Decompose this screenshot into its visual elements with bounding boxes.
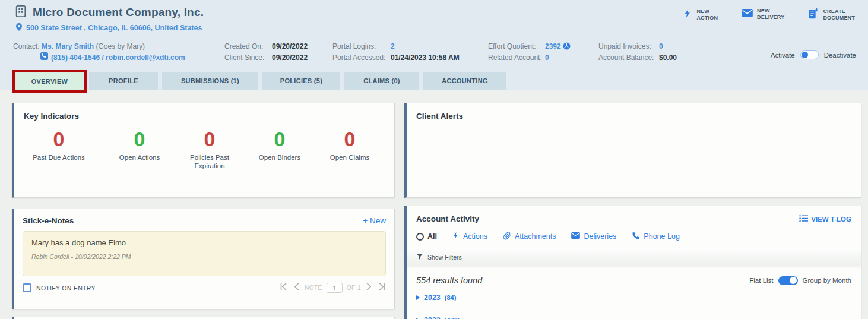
lightning-icon: [683, 8, 692, 21]
phone-square-icon: [40, 52, 48, 64]
effort-quotient-value: 2392: [545, 42, 561, 50]
group-by-month-label: Group by Month: [803, 277, 851, 284]
contact-alias: (Goes by Mary): [96, 42, 145, 50]
new-action-label-1: NEW: [696, 8, 709, 14]
phone-icon: [632, 232, 640, 242]
created-on-label: Created On:: [224, 41, 272, 52]
effort-quotient-chart-icon[interactable]: [563, 42, 571, 50]
indicator-value: 0: [24, 128, 94, 150]
new-delivery-label-2: DELIVERY: [757, 14, 784, 20]
unpaid-invoices-value[interactable]: 0: [659, 42, 663, 50]
new-action-button[interactable]: NEWACTION: [683, 8, 718, 21]
tab-accounting[interactable]: ACCOUNTING: [423, 72, 506, 90]
page-title: Micro Document Company, Inc.: [33, 6, 204, 19]
show-filters-label: Show Filters: [427, 254, 462, 261]
group-year: 2022: [424, 316, 441, 319]
activity-group-2023[interactable]: 2023 (84): [407, 293, 861, 302]
portal-logins-label: Portal Logins:: [332, 41, 391, 52]
tab-profile[interactable]: PROFILE: [89, 72, 158, 90]
tab-claims[interactable]: CLAIMS (0): [344, 72, 419, 90]
activity-group-2022[interactable]: 2022 (470): [407, 316, 861, 319]
expand-triangle-icon: [416, 295, 420, 300]
account-address-link[interactable]: 500 State Street , Chicago, IL 60606, Un…: [15, 23, 204, 33]
new-note-button[interactable]: + New: [363, 216, 386, 225]
portal-accessed-value: 01/24/2023 10:58 AM: [391, 53, 460, 62]
account-info-bar: Contact: Ms. Mary Smith (Goes by Mary) (…: [0, 36, 868, 68]
indicator-past-due-actions: 0 Past Due Actions: [24, 128, 94, 170]
note-page-input[interactable]: [327, 283, 343, 293]
tab-policies[interactable]: POLICIES (5): [262, 72, 340, 90]
account-header: Micro Document Company, Inc. 500 State S…: [0, 0, 868, 36]
filter-all[interactable]: All: [416, 232, 437, 241]
create-document-label-2: DOCUMENT: [823, 15, 855, 21]
flat-list-group-toggle[interactable]: [778, 276, 798, 285]
note-word: NOTE: [305, 285, 322, 291]
overview-content: Key Indicators 0 Past Due Actions 0 Open…: [0, 90, 868, 319]
client-since-label: Client Since:: [224, 52, 272, 64]
create-document-button[interactable]: CREATEDOCUMENT: [808, 8, 855, 21]
filter-attachments-label: Attachments: [515, 232, 556, 241]
filter-phone-log[interactable]: Phone Log: [632, 232, 679, 242]
document-plus-icon: [808, 8, 819, 21]
group-count: (470): [445, 317, 460, 319]
indicator-open-actions: 0 Open Actions: [104, 128, 175, 170]
activate-deactivate-toggle[interactable]: [800, 50, 819, 59]
activity-filter-row: All Actions Attachments Deliveries Phone…: [407, 231, 861, 242]
stick-e-notes-panel: Stick-e-Notes + New Mary has a dog name …: [12, 209, 395, 309]
contact-label: Contact:: [13, 42, 40, 50]
balance-column: Unpaid Invoices:0 Account Balance:$0.00: [598, 41, 735, 64]
indicator-label: Open Claims: [315, 153, 385, 162]
group-year: 2023: [424, 293, 441, 302]
created-on-value: 09/20/2022: [272, 42, 308, 50]
next-note-icon[interactable]: [365, 282, 373, 293]
contact-name-link[interactable]: Ms. Mary Smith: [42, 42, 94, 50]
portal-logins-value[interactable]: 2: [391, 42, 395, 50]
show-filters-button[interactable]: Show Filters: [407, 249, 861, 266]
list-icon: [799, 214, 808, 223]
indicator-value: 0: [245, 128, 315, 150]
funnel-icon: [416, 253, 423, 261]
paperclip-icon: [503, 232, 511, 242]
toggle-knob: [802, 52, 808, 58]
radio-circle-icon: [416, 233, 424, 241]
last-note-icon[interactable]: [377, 282, 386, 293]
activate-label: Activate: [771, 52, 795, 59]
account-tabs: OVERVIEW PROFILE SUBMISSIONS (1) POLICIE…: [0, 68, 868, 90]
filter-all-label: All: [427, 232, 437, 241]
right-column: Client Alerts Account Activity VIEW T-LO…: [404, 103, 861, 319]
indicator-value: 0: [175, 128, 245, 150]
of-word: OF 1: [347, 285, 361, 291]
filter-deliveries-label: Deliveries: [584, 232, 616, 241]
tab-submissions[interactable]: SUBMISSIONS (1): [162, 72, 258, 90]
new-delivery-button[interactable]: NEWDELIVERY: [742, 8, 784, 20]
filter-actions[interactable]: Actions: [452, 231, 487, 242]
view-tlog-button[interactable]: VIEW T-LOG: [799, 214, 851, 223]
account-balance-value: $0.00: [659, 53, 677, 62]
stick-e-notes-title: Stick-e-Notes: [23, 216, 74, 225]
group-count: (84): [445, 294, 457, 301]
related-account-label: Related Account:: [488, 52, 545, 64]
notify-on-entry-label: NOTIFY ON ENTRY: [36, 285, 96, 292]
key-indicators-row: 0 Past Due Actions 0 Open Actions 0 Poli…: [24, 128, 385, 170]
effort-column: Effort Quotient:2392 Related Account:0: [488, 41, 598, 64]
tab-overview[interactable]: OVERVIEW: [15, 72, 84, 90]
contact-phone-email-link[interactable]: (815) 404-1546 / robin.cordell@xdti.com: [51, 52, 185, 64]
notify-on-entry-checkbox[interactable]: [23, 283, 31, 292]
address-text: 500 State Street , Chicago, IL 60606, Un…: [26, 24, 202, 32]
portal-accessed-label: Portal Accessed:: [332, 52, 391, 64]
filter-deliveries[interactable]: Deliveries: [571, 232, 616, 241]
note-pager: NOTE OF 1: [280, 282, 386, 293]
client-since-value: 09/20/2022: [272, 53, 308, 62]
envelope-icon: [742, 9, 753, 20]
first-note-icon[interactable]: [280, 282, 289, 293]
filter-attachments[interactable]: Attachments: [503, 232, 556, 242]
related-account-value[interactable]: 0: [545, 53, 549, 62]
filter-phone-log-label: Phone Log: [644, 232, 679, 241]
previous-note-icon[interactable]: [293, 282, 300, 293]
group-toggle-group: Flat List Group by Month: [749, 276, 851, 285]
indicator-label: Policies Past Expiration: [175, 153, 245, 170]
indicator-label: Open Binders: [245, 153, 315, 162]
toggle-knob: [790, 277, 797, 284]
client-alerts-title: Client Alerts: [416, 112, 851, 121]
deactivate-label: Deactivate: [824, 52, 856, 59]
